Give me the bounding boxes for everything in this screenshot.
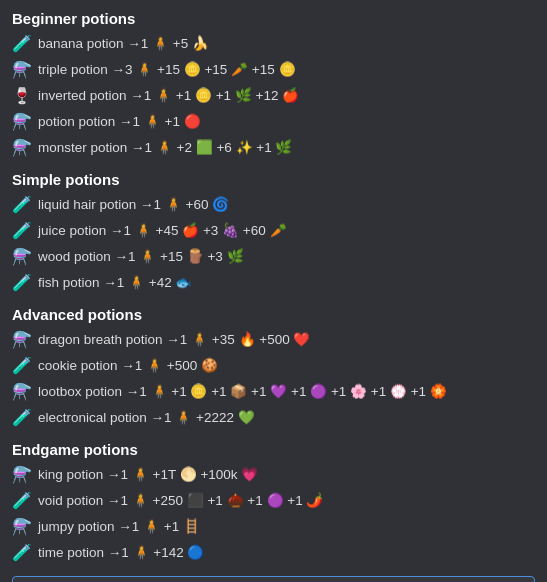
potion-text: cookie potion →1 🧍 +500 🍪 bbox=[38, 356, 218, 376]
potion-row: 🧪electronical potion →1 🧍 +2222 💚 bbox=[12, 405, 535, 431]
potion-icon: 🧪 bbox=[12, 541, 32, 565]
potion-icon: 🧪 bbox=[12, 219, 32, 243]
potion-text: banana potion →1 🧍 +5 🍌 bbox=[38, 34, 209, 54]
potion-text: fish potion →1 🧍 +42 🐟 bbox=[38, 273, 192, 293]
potion-text: electronical potion →1 🧍 +2222 💚 bbox=[38, 408, 255, 428]
potion-icon: 🍷 bbox=[12, 84, 32, 108]
potion-text: liquid hair potion →1 🧍 +60 🌀 bbox=[38, 195, 229, 215]
potion-text: void potion →1 🧍 +250 ⬛ +1 🌰 +1 🟣 +1 🌶️ bbox=[38, 491, 323, 511]
potion-row: 🧪time potion →1 🧍 +142 🔵 bbox=[12, 540, 535, 566]
potion-icon: 🧪 bbox=[12, 32, 32, 56]
potion-text: jumpy potion →1 🧍 +1 🪜 bbox=[38, 517, 200, 537]
potion-text: lootbox potion →1 🧍 +1 🪙 +1 📦 +1 💜 +1 🟣 … bbox=[38, 382, 447, 402]
app-container: Beginner potions🧪banana potion →1 🧍 +5 🍌… bbox=[12, 10, 535, 582]
potion-row: ⚗️king potion →1 🧍 +1T 🌕 +100k 💗 bbox=[12, 462, 535, 488]
potion-icon: ⚗️ bbox=[12, 136, 32, 160]
section-title: Simple potions bbox=[12, 171, 535, 188]
section-title: Advanced potions bbox=[12, 306, 535, 323]
section-title: Endgame potions bbox=[12, 441, 535, 458]
potion-icon: 🧪 bbox=[12, 354, 32, 378]
potion-row: 🧪banana potion →1 🧍 +5 🍌 bbox=[12, 31, 535, 57]
potion-icon: 🧪 bbox=[12, 271, 32, 295]
potion-text: inverted potion →1 🧍 +1 🪙 +1 🌿 +12 🍎 bbox=[38, 86, 299, 106]
potion-row: ⚗️monster potion →1 🧍 +2 🟩 +6 ✨ +1 🌿 bbox=[12, 135, 535, 161]
info-box: iRecipes are consumed instantly! bbox=[12, 576, 535, 582]
potion-text: time potion →1 🧍 +142 🔵 bbox=[38, 543, 204, 563]
potion-icon: ⚗️ bbox=[12, 328, 32, 352]
potion-text: dragon breath potion →1 🧍 +35 🔥 +500 ❤️ bbox=[38, 330, 310, 350]
potion-row: 🧪cookie potion →1 🧍 +500 🍪 bbox=[12, 353, 535, 379]
potion-row: 🧪liquid hair potion →1 🧍 +60 🌀 bbox=[12, 192, 535, 218]
potion-text: king potion →1 🧍 +1T 🌕 +100k 💗 bbox=[38, 465, 258, 485]
potion-text: potion potion →1 🧍 +1 🔴 bbox=[38, 112, 201, 132]
potion-row: 🧪fish potion →1 🧍 +42 🐟 bbox=[12, 270, 535, 296]
potion-text: wood potion →1 🧍 +15 🪵 +3 🌿 bbox=[38, 247, 244, 267]
potion-icon: ⚗️ bbox=[12, 245, 32, 269]
potion-row: ⚗️triple potion →3 🧍 +15 🪙 +15 🥕 +15 🪙 bbox=[12, 57, 535, 83]
potion-icon: ⚗️ bbox=[12, 380, 32, 404]
potion-row: 🧪juice potion →1 🧍 +45 🍎 +3 🍇 +60 🥕 bbox=[12, 218, 535, 244]
potion-text: triple potion →3 🧍 +15 🪙 +15 🥕 +15 🪙 bbox=[38, 60, 296, 80]
potion-icon: ⚗️ bbox=[12, 463, 32, 487]
potion-text: juice potion →1 🧍 +45 🍎 +3 🍇 +60 🥕 bbox=[38, 221, 287, 241]
potion-icon: ⚗️ bbox=[12, 58, 32, 82]
potion-icon: ⚗️ bbox=[12, 110, 32, 134]
potion-row: 🍷inverted potion →1 🧍 +1 🪙 +1 🌿 +12 🍎 bbox=[12, 83, 535, 109]
potion-icon: 🧪 bbox=[12, 406, 32, 430]
potion-row: 🧪void potion →1 🧍 +250 ⬛ +1 🌰 +1 🟣 +1 🌶️ bbox=[12, 488, 535, 514]
potion-row: ⚗️lootbox potion →1 🧍 +1 🪙 +1 📦 +1 💜 +1 … bbox=[12, 379, 535, 405]
potion-row: ⚗️jumpy potion →1 🧍 +1 🪜 bbox=[12, 514, 535, 540]
potion-row: ⚗️potion potion →1 🧍 +1 🔴 bbox=[12, 109, 535, 135]
potion-icon: 🧪 bbox=[12, 193, 32, 217]
potion-icon: 🧪 bbox=[12, 489, 32, 513]
potion-icon: ⚗️ bbox=[12, 515, 32, 539]
section-title: Beginner potions bbox=[12, 10, 535, 27]
potion-text: monster potion →1 🧍 +2 🟩 +6 ✨ +1 🌿 bbox=[38, 138, 293, 158]
potion-row: ⚗️wood potion →1 🧍 +15 🪵 +3 🌿 bbox=[12, 244, 535, 270]
potion-row: ⚗️dragon breath potion →1 🧍 +35 🔥 +500 ❤… bbox=[12, 327, 535, 353]
